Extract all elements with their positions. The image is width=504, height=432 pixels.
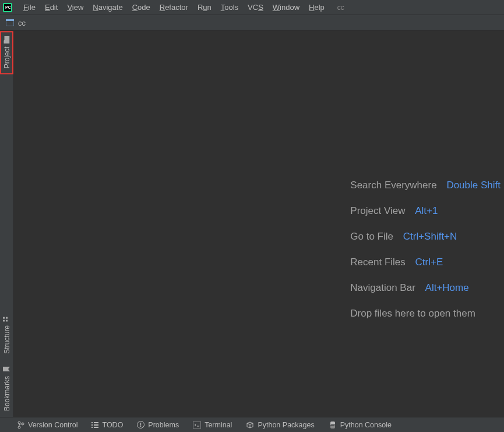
hint-shortcut: Double Shift xyxy=(446,180,501,191)
status-label: Version Control xyxy=(28,421,77,429)
hint-recent-files[interactable]: Recent Files Ctrl+E xyxy=(350,257,501,268)
svg-rect-4 xyxy=(6,19,14,21)
hint-shortcut: Ctrl+Shift+N xyxy=(403,231,457,242)
hint-label: Recent Files xyxy=(350,257,405,268)
list-icon xyxy=(91,422,98,428)
menu-window[interactable]: Window xyxy=(268,3,304,12)
svg-point-9 xyxy=(18,422,20,424)
hint-label: Search Everywhere xyxy=(350,180,436,191)
app-logo-icon: PC xyxy=(2,2,13,13)
menubar: PC File Edit View Navigate Code Refactor… xyxy=(0,0,504,15)
svg-rect-13 xyxy=(91,424,93,426)
breadcrumb[interactable]: cc xyxy=(18,19,26,27)
menu-file[interactable]: File xyxy=(19,3,40,12)
hint-shortcut: Alt+1 xyxy=(415,205,438,216)
status-todo[interactable]: TODO xyxy=(91,421,123,429)
hint-label: Go to File xyxy=(350,231,393,242)
status-python-console[interactable]: Python Console xyxy=(329,421,392,429)
svg-rect-15 xyxy=(94,422,98,423)
menu-help[interactable]: Help xyxy=(304,3,329,12)
alert-icon xyxy=(137,421,144,429)
svg-rect-12 xyxy=(91,422,93,423)
svg-rect-8 xyxy=(6,317,8,319)
navigation-bar: cc xyxy=(0,15,504,31)
status-label: Problems xyxy=(148,421,179,429)
project-name-label: cc xyxy=(337,3,344,12)
window-icon xyxy=(5,18,15,27)
menu-view[interactable]: View xyxy=(62,3,88,12)
tool-window-bookmarks[interactable]: Bookmarks xyxy=(0,360,13,417)
svg-text:PC: PC xyxy=(5,5,11,9)
menu-refactor[interactable]: Refactor xyxy=(155,3,193,12)
svg-rect-5 xyxy=(3,320,5,322)
svg-point-10 xyxy=(18,426,20,429)
left-tool-gutter: Project Structure Bookmarks xyxy=(0,31,14,417)
menu-edit[interactable]: Edit xyxy=(40,3,62,12)
hint-label: Project View xyxy=(350,205,405,216)
svg-rect-14 xyxy=(91,427,93,428)
hint-drop-files: Drop files here to open them xyxy=(350,308,501,319)
hint-label: Navigation Bar xyxy=(350,282,415,293)
status-label: Python Console xyxy=(340,421,392,429)
status-label: Python Packages xyxy=(258,421,314,429)
status-problems[interactable]: Problems xyxy=(137,421,179,429)
svg-rect-17 xyxy=(94,427,98,428)
hint-project-view[interactable]: Project View Alt+1 xyxy=(350,205,501,217)
svg-rect-16 xyxy=(94,424,98,426)
tool-window-structure[interactable]: Structure xyxy=(0,309,13,360)
sidebar-item-label: Project xyxy=(3,47,11,68)
terminal-icon xyxy=(193,422,201,429)
status-terminal[interactable]: Terminal xyxy=(193,421,232,429)
status-version-control[interactable]: Version Control xyxy=(17,421,77,429)
hint-search-everywhere[interactable]: Search Everywhere Double Shift xyxy=(350,180,501,191)
svg-rect-21 xyxy=(193,422,201,429)
python-icon xyxy=(329,421,337,429)
menu-run[interactable]: Run xyxy=(193,3,216,12)
menu-vcs[interactable]: VCS xyxy=(243,3,268,12)
hint-shortcut: Ctrl+E xyxy=(415,257,443,268)
svg-rect-20 xyxy=(140,426,141,427)
statusbar: Version Control TODO Problems Terminal P… xyxy=(0,417,504,432)
folder-icon xyxy=(3,36,10,44)
svg-rect-6 xyxy=(6,320,8,322)
svg-rect-7 xyxy=(3,317,5,319)
sidebar-item-label: Structure xyxy=(3,325,11,354)
status-python-packages[interactable]: Python Packages xyxy=(246,421,314,429)
menu-code[interactable]: Code xyxy=(128,3,155,12)
editor-empty-state[interactable]: Search Everywhere Double Shift Project V… xyxy=(14,31,504,417)
hint-shortcut: Alt+Home xyxy=(425,282,469,293)
vcs-branch-icon xyxy=(17,421,24,429)
menu-tools[interactable]: Tools xyxy=(216,3,243,12)
hint-navigation-bar[interactable]: Navigation Bar Alt+Home xyxy=(350,282,501,294)
bookmark-icon xyxy=(3,365,10,373)
structure-icon xyxy=(3,314,10,322)
status-label: TODO xyxy=(102,421,123,429)
tool-window-project[interactable]: Project xyxy=(0,31,13,74)
packages-icon xyxy=(246,422,254,429)
empty-state-hints: Search Everywhere Double Shift Project V… xyxy=(350,180,501,319)
main-content: Project Structure Bookmarks xyxy=(0,31,504,417)
menu-navigate[interactable]: Navigate xyxy=(88,3,127,12)
sidebar-item-label: Bookmarks xyxy=(3,376,11,411)
hint-go-to-file[interactable]: Go to File Ctrl+Shift+N xyxy=(350,231,501,243)
status-label: Terminal xyxy=(205,421,232,429)
svg-rect-19 xyxy=(140,423,141,426)
